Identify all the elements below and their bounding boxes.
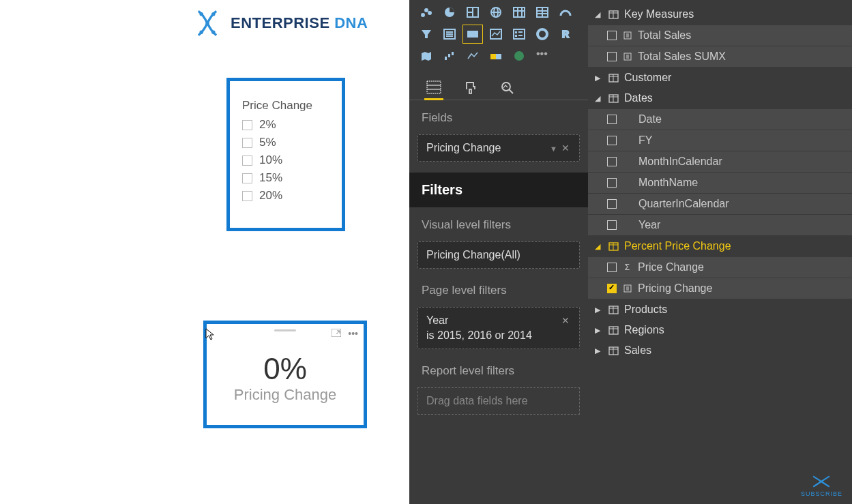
field-checkbox[interactable] [607, 263, 617, 272]
svg-rect-16 [514, 8, 525, 17]
viz-card-icon[interactable]: 123 [462, 25, 483, 44]
focus-mode-icon[interactable] [332, 328, 341, 339]
table-sales[interactable]: ▶ Sales [588, 340, 852, 361]
table-customer[interactable]: ▶ Customer [588, 68, 852, 88]
slicer-item[interactable]: 20% [242, 189, 329, 203]
remove-filter-icon[interactable]: ✕ [560, 315, 571, 326]
field-checkbox[interactable] [607, 220, 617, 230]
collapse-icon[interactable]: ◢ [595, 94, 603, 103]
field-date[interactable]: Date [588, 109, 852, 130]
viz-donut-icon[interactable] [532, 25, 553, 44]
table-icon [608, 242, 619, 251]
checkbox-icon[interactable] [242, 173, 252, 183]
checkbox-icon[interactable] [242, 120, 252, 130]
viz-globe-icon[interactable] [486, 3, 506, 22]
field-checkbox[interactable] [607, 52, 617, 61]
viz-multirow-card-icon[interactable] [439, 25, 460, 44]
tab-analytics[interactable] [498, 78, 517, 97]
field-total-sales[interactable]: Total Sales [588, 25, 852, 46]
viz-matrix-icon[interactable] [532, 3, 553, 22]
field-checkbox[interactable] [607, 178, 617, 188]
table-key-measures[interactable]: ◢ Key Measures [588, 4, 852, 25]
field-fy[interactable]: FY [588, 130, 852, 151]
field-total-sales-sumx[interactable]: Total Sales SUMX [588, 46, 852, 67]
viz-treemap-icon[interactable] [462, 3, 483, 22]
field-checkbox[interactable] [607, 199, 617, 209]
fields-section-label: Fields [409, 100, 588, 130]
field-monthname[interactable]: MonthName [588, 173, 852, 193]
table-icon [608, 94, 619, 103]
slicer-item[interactable]: 5% [242, 136, 329, 149]
viz-custom1-icon[interactable] [486, 46, 506, 65]
svg-point-3 [199, 30, 203, 34]
viz-table-icon[interactable] [509, 3, 529, 22]
svg-point-6 [422, 14, 424, 16]
logo-text: ENTERPRISE DNA [231, 14, 368, 32]
visual-filter-pricing-change[interactable]: Pricing Change(All) [417, 241, 580, 269]
expand-icon[interactable]: ▶ [595, 306, 603, 314]
viz-arcgis-icon[interactable] [509, 46, 529, 65]
field-checkbox[interactable] [607, 284, 617, 293]
card-value: 0% [263, 352, 307, 386]
visualizations-panel: 123 R ••• Fields Pricing Change [409, 0, 588, 504]
viz-r-icon[interactable]: R [555, 25, 576, 44]
field-well-pricing-change[interactable]: Pricing Change ▼✕ [417, 134, 580, 162]
collapse-icon[interactable]: ◢ [595, 10, 603, 19]
viz-line-icon[interactable] [462, 46, 483, 65]
field-checkbox[interactable] [607, 136, 617, 145]
chevron-down-icon[interactable]: ▼ [550, 145, 557, 153]
table-products[interactable]: ▶ Products [588, 299, 852, 320]
more-options-icon[interactable]: ••• [348, 328, 358, 339]
expand-icon[interactable]: ▶ [595, 346, 603, 355]
table-percent-price-change[interactable]: ◢ Percent Price Change [588, 236, 852, 256]
svg-rect-32 [515, 31, 517, 33]
report-filter-dropzone[interactable]: Drag data fields here [417, 387, 580, 415]
field-quarterincalendar[interactable]: QuarterInCalendar [588, 194, 852, 214]
svg-rect-34 [515, 35, 517, 37]
svg-point-36 [538, 29, 547, 39]
viz-pie-icon[interactable] [439, 3, 460, 22]
tab-format[interactable] [461, 78, 480, 97]
expand-icon[interactable]: ▶ [595, 326, 603, 335]
remove-field-icon[interactable]: ✕ [560, 143, 571, 153]
subscribe-badge[interactable]: SUBSCRIBE [801, 473, 842, 497]
card-visual[interactable]: ••• 0% Pricing Change [203, 321, 367, 428]
viz-slicer-icon[interactable] [509, 25, 529, 44]
checkbox-icon[interactable] [242, 155, 252, 166]
svg-line-49 [509, 89, 513, 93]
viz-gauge-icon[interactable] [555, 3, 576, 22]
page-filter-year[interactable]: Year✕ is 2015, 2016 or 2014 [417, 307, 580, 349]
table-regions[interactable]: ▶ Regions [588, 320, 852, 340]
field-pricing-change[interactable]: Pricing Change [588, 278, 852, 299]
viz-funnel-icon[interactable] [416, 25, 437, 44]
collapse-icon[interactable]: ◢ [595, 242, 603, 251]
checkbox-icon[interactable] [242, 191, 252, 201]
slicer-item[interactable]: 15% [242, 171, 329, 185]
slicer-price-change[interactable]: Price Change 2% 5% 10% 15% 20% [226, 78, 345, 231]
field-checkbox[interactable] [607, 157, 617, 166]
checkbox-icon[interactable] [242, 138, 252, 148]
svg-point-8 [428, 12, 431, 14]
viz-more-icon[interactable]: ••• [532, 46, 552, 65]
report-canvas[interactable]: ENTERPRISE DNA Price Change 2% 5% 10% 15… [0, 0, 409, 504]
viz-kpi-icon[interactable] [486, 25, 506, 44]
field-monthincalendar[interactable]: MonthInCalendar [588, 151, 852, 172]
viz-scatter-icon[interactable] [416, 3, 437, 22]
table-dates[interactable]: ◢ Dates [588, 88, 852, 108]
svg-point-0 [199, 12, 203, 16]
tab-fields[interactable] [424, 78, 443, 97]
field-year[interactable]: Year [588, 215, 852, 235]
fields-tree: ◢ Key Measures Total Sales Total Sales S… [588, 0, 852, 365]
pane-tabs [409, 70, 588, 100]
svg-rect-44 [427, 81, 441, 93]
viz-waterfall-icon[interactable] [439, 46, 460, 65]
field-checkbox[interactable] [607, 31, 617, 40]
slicer-item[interactable]: 10% [242, 153, 329, 167]
viz-filled-map-icon[interactable] [416, 46, 437, 65]
slicer-item[interactable]: 2% [242, 118, 329, 132]
visual-filters-label: Visual level filters [409, 207, 588, 237]
field-price-change[interactable]: ΣPrice Change [588, 257, 852, 278]
expand-icon[interactable]: ▶ [595, 74, 603, 83]
field-checkbox[interactable] [607, 115, 617, 124]
measure-icon [622, 53, 632, 61]
